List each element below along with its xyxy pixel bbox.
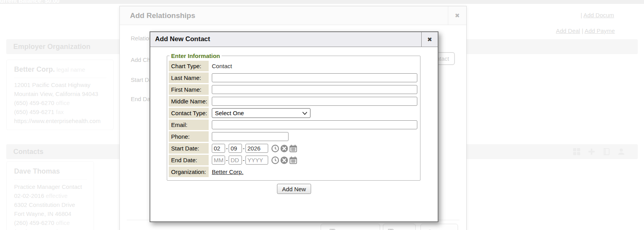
add-new-button[interactable]: Add New — [277, 184, 311, 194]
start-date-label: Start Date: — [169, 143, 209, 154]
chart-type-row: Chart Type: Contact — [169, 61, 419, 71]
middle-name-label: Middle Name: — [169, 96, 209, 107]
date-separator: - — [243, 145, 245, 152]
date-separator: - — [226, 157, 228, 163]
middle-name-input[interactable] — [212, 97, 417, 106]
enter-information-fieldset: Enter Information Chart Type: Contact La… — [167, 53, 420, 181]
enter-information-legend: Enter Information — [170, 53, 222, 59]
end-date-month-input[interactable] — [212, 156, 225, 165]
last-name-label: Last Name: — [169, 72, 209, 83]
contact-type-row: Contact Type: Select One — [169, 108, 419, 118]
email-row: Email: — [169, 120, 419, 130]
date-separator: - — [243, 157, 245, 163]
clear-date-icon[interactable] — [280, 145, 288, 152]
end-date-row: End Date: - - — [169, 155, 419, 165]
start-date-row: Start Date: - - — [169, 143, 419, 154]
end-date-label: End Date: — [169, 155, 209, 165]
email-input[interactable] — [212, 120, 417, 129]
phone-row: Phone: — [169, 131, 419, 142]
last-name-row: Last Name: — [169, 72, 419, 83]
last-name-input[interactable] — [212, 73, 417, 82]
first-name-input[interactable] — [212, 85, 417, 94]
end-date-day-input[interactable] — [229, 156, 242, 165]
contact-type-selected: Select One — [215, 110, 244, 116]
clock-now-icon[interactable] — [271, 145, 279, 152]
chart-type-value: Contact — [209, 63, 419, 69]
phone-label: Phone: — [169, 131, 209, 142]
add-new-contact-modal: Add New Contact ✖ Enter Information Char… — [150, 31, 438, 222]
first-name-label: First Name: — [169, 84, 209, 95]
clear-date-icon[interactable] — [280, 156, 288, 164]
middle-name-row: Middle Name: — [169, 96, 419, 107]
phone-input[interactable] — [212, 132, 289, 141]
screen: urrent Balance: $0.00 | Add Docum Add De… — [0, 0, 644, 230]
calendar-icon[interactable] — [289, 156, 297, 164]
start-date-year-input[interactable] — [245, 144, 268, 153]
contact-type-label: Contact Type: — [169, 108, 209, 118]
chevron-down-icon — [302, 112, 307, 115]
add-new-contact-title: Add New Contact — [155, 35, 210, 43]
organization-link[interactable]: Better Corp. — [212, 168, 244, 175]
end-date-year-input[interactable] — [245, 156, 268, 165]
date-separator: - — [226, 145, 228, 152]
add-new-contact-header: Add New Contact ✖ — [150, 32, 438, 47]
contact-type-select[interactable]: Select One — [212, 108, 310, 118]
email-label: Email: — [169, 120, 209, 130]
first-name-row: First Name: — [169, 84, 419, 95]
organization-label: Organization: — [169, 167, 209, 177]
start-date-day-input[interactable] — [229, 144, 242, 153]
organization-row: Organization: Better Corp. — [169, 167, 419, 177]
chart-type-label: Chart Type: — [169, 61, 209, 71]
close-icon[interactable]: ✖ — [421, 32, 438, 47]
clock-now-icon[interactable] — [271, 156, 279, 164]
calendar-icon[interactable] — [289, 145, 297, 152]
start-date-month-input[interactable] — [212, 144, 225, 153]
